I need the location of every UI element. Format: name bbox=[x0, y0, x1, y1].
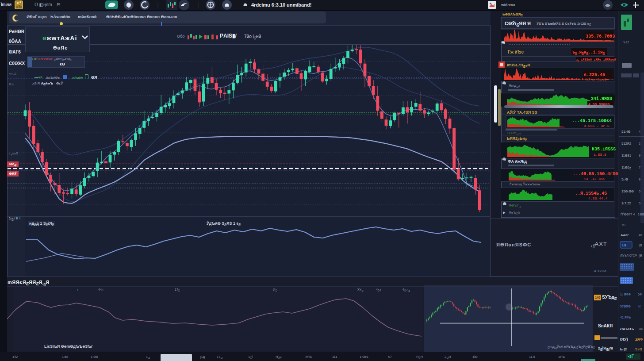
svg-text:СӨЎіݮЯЯ Я: СӨЎіݮЯЯ Я bbox=[505, 21, 531, 27]
svg-text:9: 9 bbox=[639, 178, 640, 181]
svg-text:1г7:22: 1г7:22 bbox=[621, 201, 631, 205]
svg-text:І.ІІ: І.ІІ bbox=[622, 243, 626, 247]
svg-text:4(: 4( bbox=[638, 305, 641, 308]
svg-text:51:4Ө: 51:4Ө bbox=[621, 130, 631, 134]
svg-text:5:гӨ: 5:гӨ bbox=[635, 347, 642, 351]
svg-text:⊟: ⊟ bbox=[57, 2, 60, 7]
svg-text:ЛЪЪЛ.СГСФ: ЛЪЪЛ.СГСФ bbox=[620, 254, 637, 257]
svg-text:ЬӨЅАЪЅЯݮ: ЬӨЅАЪЅЯݮ bbox=[502, 12, 523, 16]
svg-text:O ◧ңлm: O ◧ңлm bbox=[34, 2, 52, 7]
svg-text:4: 4 bbox=[639, 130, 640, 133]
svg-text:ЯөЪݮӣ: ЯөЪݮӣ bbox=[509, 211, 520, 215]
svg-text:ІЯУ): ІЯУ) bbox=[620, 337, 628, 342]
svg-text:4rdcimu 6:3.10 unmiband!: 4rdcimu 6:3.10 unmiband! bbox=[251, 2, 311, 8]
svg-text:...45.1г5.1ӨӨє4: ...45.1г5.1ӨӨє4 bbox=[572, 119, 612, 123]
svg-text:34і.ЯЯЅЅ: 34і.ЯЯЅЅ bbox=[591, 96, 612, 101]
svg-text:11Ө31: 11Ө31 bbox=[621, 154, 631, 157]
svg-text:К35.іЯЅЅЅ: К35.іЯЅЅЅ bbox=[592, 147, 616, 152]
svg-text:512Я2: 512Я2 bbox=[621, 142, 631, 146]
svg-text:ݷݮ іЯЅЅөб іЯЯө іЯЯЯݮөб: ݷݮ іЯЅЅөб іЯЯө іЯЯЯݮөб bbox=[576, 58, 616, 62]
svg-text:Ъ22: Ъ22 bbox=[623, 41, 629, 44]
svg-text:Їmіля: Їmіля bbox=[0, 2, 12, 7]
svg-text:7: 7 bbox=[639, 166, 640, 169]
svg-text:9: 9 bbox=[639, 154, 640, 157]
svg-text:АЎІЎ ТА.4ЅЯ ЅЅ: АЎІЎ ТА.4ЅЯ ЅЅ bbox=[507, 110, 537, 115]
svg-text:14 .47 4ЅЅ: 14 .47 4ЅЅ bbox=[584, 177, 605, 181]
svg-text:2: 2 bbox=[639, 142, 640, 145]
svg-text:Я4: Я4 bbox=[639, 327, 643, 330]
svg-text:і.ЅЅ.Ѕ: і.ЅЅ.Ѕ bbox=[594, 153, 606, 157]
svg-text:41.ЯФЬ: 41.ЯФЬ bbox=[620, 316, 631, 319]
svg-text:ЯӨЪГݷ: ЯӨЪГݷ bbox=[509, 204, 521, 208]
svg-text:ЃЃӨӨ77 4: ЃЃӨӨ77 4 bbox=[621, 212, 635, 216]
svg-text:5г/Ө: 5г/Ө bbox=[621, 177, 628, 181]
svg-text:1ӨӨ: 1ӨӨ bbox=[638, 213, 644, 216]
svg-text:(Ө: (Ө bbox=[639, 254, 642, 257]
svg-text:ЎЅЪ ЅЪөбӣЎЅ.Ѕ СєЎөЪ 2гСіЅ єݮ: ЎЅЪ ЅЪөбӣЎЅ.Ѕ СєЎөЪ 2гСіЅ єݮ bbox=[537, 22, 591, 26]
svg-text:Гж ӣЪє: Гж ӣЪє bbox=[508, 50, 524, 54]
svg-text:2ЯФ: 2ЯФ bbox=[635, 338, 643, 342]
svg-text:48: 48 bbox=[639, 234, 642, 237]
svg-text:..Я.1ЅЅ4Ь.4Ѕ: ..Я.1ЅЅ4Ь.4Ѕ bbox=[575, 191, 607, 196]
svg-text:Ь (2: Ь (2 bbox=[620, 347, 627, 351]
svg-text:Ъݮ.ЯݮЯݮ..і.іЯݮ: Ъݮ.ЯݮЯݮ..і.іЯݮ bbox=[572, 50, 605, 55]
svg-text:11Ө5ݮ: 11Ө5ݮ bbox=[621, 165, 631, 169]
svg-text:4ݮЯ іݮ біݮөЪ: 4ݮЯ іݮ біݮөЪ bbox=[585, 78, 606, 81]
svg-text:4.ЅЅ.44.4: 4.ЅЅ.44.4 bbox=[588, 196, 607, 200]
svg-text:wïdлma: wïdлma bbox=[501, 3, 515, 7]
svg-text:4.ЅЅЅ - 4г.Ѕ: 4.ЅЅЅ - 4г.Ѕ bbox=[584, 124, 610, 128]
svg-text:Яmдݮݷ: Яmдݮݷ bbox=[509, 84, 521, 88]
svg-text:(Ө: (Ө bbox=[639, 244, 642, 247]
svg-text:15Ө:ӨӨ: 15Ө:ӨӨ bbox=[621, 189, 634, 193]
svg-text:ІmЯн.7ЯݮݮЯ: ІmЯн.7ЯݮݮЯ bbox=[507, 63, 530, 68]
svg-text:ФА ӣжЯід: ФА ӣжЯід bbox=[508, 159, 527, 164]
svg-text:1г ЯФФ: 1г ЯФФ bbox=[620, 293, 631, 296]
svg-text:335.76.7ӨӨ3: 335.76.7ӨӨ3 bbox=[586, 34, 615, 39]
svg-text:Ѓжmmд ЎжжжЪmж: Ѓжmmд ЎжжжЪmж bbox=[510, 182, 540, 186]
svg-text:0: 0 bbox=[639, 202, 640, 205]
svg-text:ААӣГ: ААӣГ bbox=[621, 233, 629, 237]
svg-text:5Ф: 5Ф bbox=[638, 293, 642, 296]
svg-text:57ӨЯӨ: 57ӨЯӨ bbox=[620, 305, 631, 308]
svg-text:ЛжЪӨЪ: ЛжЪӨЪ bbox=[620, 327, 634, 331]
svg-text:...4Я.55.15Ө.4гЅӨ: ...4Я.55.15Ө.4гЅӨ bbox=[573, 172, 618, 177]
svg-text:є.225.45: є.225.45 bbox=[584, 73, 605, 77]
svg-text:гӨ: гӨ bbox=[622, 223, 626, 227]
svg-text:0: 0 bbox=[639, 190, 640, 193]
svg-text:ЬЯЯ2ݮЬнݮ: ЬЯЯ2ݮЬнݮ bbox=[507, 136, 528, 141]
